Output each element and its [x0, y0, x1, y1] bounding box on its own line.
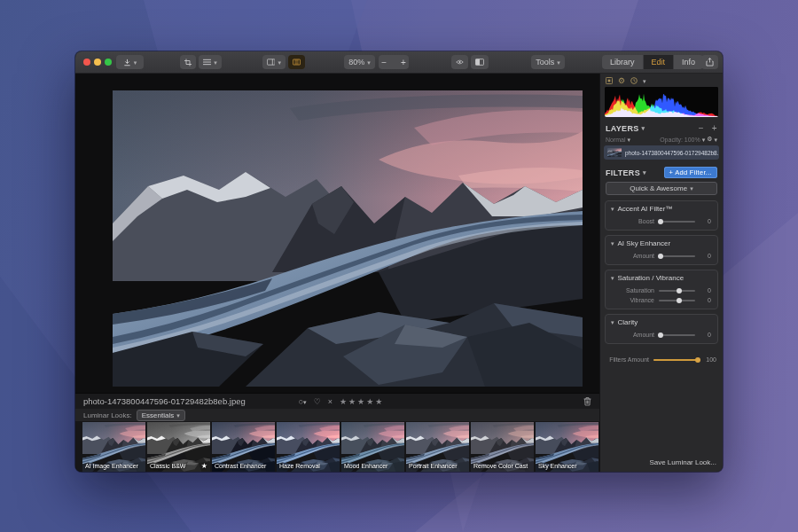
- tab-info[interactable]: Info: [674, 55, 703, 69]
- look-name: Mood Enhancer: [344, 463, 387, 469]
- history-clock-icon[interactable]: [630, 77, 638, 84]
- look-thumb[interactable]: Haze Removal: [277, 422, 340, 472]
- side-panel-toggle-button[interactable]: ▾: [262, 55, 286, 69]
- flag-button[interactable]: ○▾: [299, 397, 307, 406]
- remove-layer-button[interactable]: −: [699, 123, 704, 133]
- zoom-stepper: − +: [379, 55, 409, 69]
- look-thumb[interactable]: Contrast Enhancer: [212, 422, 275, 472]
- slider-label: Amount: [612, 332, 654, 338]
- look-thumb[interactable]: Portrait Enhancer: [406, 422, 469, 472]
- zoom-in-button[interactable]: +: [396, 58, 411, 67]
- look-thumb[interactable]: AI Image Enhancer: [82, 422, 145, 472]
- filter-card-header[interactable]: ▾Clarity: [606, 315, 717, 329]
- chevron-down-icon: ▾: [643, 169, 646, 176]
- trash-icon: [583, 396, 591, 406]
- layer-options-row: Normal ▾ Opacity: 100% ▾ ⚙ ▾: [600, 136, 723, 145]
- slider-track[interactable]: [659, 290, 695, 292]
- export-icon: [123, 59, 131, 66]
- minimize-window-button[interactable]: [94, 59, 101, 66]
- slider-value: 0: [700, 297, 711, 303]
- chevron-down-icon: ▾: [643, 78, 646, 84]
- transform-tool-button[interactable]: ▾: [199, 55, 222, 69]
- filename-label: photo-1473800447596-01729482b8eb.jpeg: [83, 396, 246, 406]
- chevron-down-icon: ▾: [134, 59, 137, 66]
- add-layer-button[interactable]: +: [712, 123, 717, 133]
- opacity-value[interactable]: Opacity: 100%: [660, 137, 700, 143]
- adjust-lines-icon: [203, 59, 211, 66]
- slider-label: Vibrance: [612, 297, 654, 303]
- look-name: Remove Color Cast: [473, 463, 528, 469]
- slider-track[interactable]: [659, 255, 695, 257]
- look-name: Portrait Enhancer: [409, 463, 457, 469]
- layer-item[interactable]: photo-1473800447596-01729482b8...: [604, 145, 719, 160]
- look-name: Contrast Enhancer: [215, 463, 266, 469]
- crop-tool-button[interactable]: [180, 55, 196, 69]
- status-bar: photo-1473800447596-01729482b8eb.jpeg ○▾…: [75, 393, 599, 409]
- blend-mode-value[interactable]: Normal: [606, 137, 626, 143]
- compare-button[interactable]: [471, 55, 489, 69]
- slider-row: Amount0: [606, 329, 717, 339]
- zoom-level-value: 80%: [348, 58, 364, 66]
- filter-group-button[interactable]: Quick & Awesome ▾: [606, 182, 717, 195]
- clipping-icon[interactable]: [606, 77, 613, 84]
- filters-amount-slider[interactable]: [653, 359, 700, 361]
- filter-card-header[interactable]: ▾AI Sky Enhancer: [606, 236, 717, 250]
- filter-group-value: Quick & Awesome: [630, 184, 687, 192]
- filter-card-title: Accent AI Filter™: [618, 205, 673, 213]
- zoom-window-button[interactable]: [105, 59, 112, 66]
- titlebar: ▾ ▾ ▾ 80% ▾: [75, 51, 723, 74]
- filter-card-header[interactable]: ▾Accent AI Filter™: [606, 201, 717, 215]
- filter-card-title: Saturation / Vibrance: [618, 274, 685, 282]
- slider-track[interactable]: [659, 300, 695, 301]
- save-luminar-look-button[interactable]: Save Luminar Look...: [649, 458, 716, 466]
- chevron-down-icon: ▾: [557, 59, 560, 66]
- zoom-level-button[interactable]: 80% ▾: [344, 55, 375, 69]
- filmstrip-toggle-button[interactable]: [288, 55, 305, 69]
- slider-row: Boost0: [606, 215, 717, 225]
- tools-button[interactable]: Tools ▾: [531, 55, 565, 69]
- chevron-down-icon: ▾: [628, 137, 631, 143]
- before-after-icon: [475, 59, 484, 66]
- chevron-down-icon: ▾: [367, 59, 371, 66]
- looks-category-button[interactable]: Essentials ▾: [137, 410, 185, 421]
- star-rating[interactable]: ★★★★★: [340, 397, 384, 406]
- zoom-out-button[interactable]: −: [377, 58, 391, 67]
- look-thumb[interactable]: Sky Enhancer: [536, 422, 598, 472]
- slider-track[interactable]: [659, 334, 695, 336]
- look-thumb[interactable]: Classic B&W★: [147, 422, 210, 472]
- reject-button[interactable]: ×: [328, 397, 332, 406]
- photo-preview[interactable]: [113, 90, 583, 387]
- tab-edit[interactable]: Edit: [644, 55, 675, 69]
- add-filter-button[interactable]: + Add Filter...: [664, 167, 717, 178]
- layers-header: LAYERS ▾ − +: [600, 121, 723, 136]
- trash-button[interactable]: [583, 396, 591, 406]
- slider-label: Amount: [612, 253, 654, 259]
- slider-thumb[interactable]: [695, 357, 700, 363]
- slider-label: Boost: [612, 218, 654, 224]
- look-thumb[interactable]: Mood Enhancer: [341, 422, 404, 472]
- look-thumb[interactable]: Remove Color Cast: [471, 422, 534, 472]
- share-button[interactable]: [701, 55, 718, 69]
- slider-thumb[interactable]: [677, 288, 682, 293]
- chevron-down-icon: ▾: [611, 206, 614, 212]
- filter-card: ▾Accent AI Filter™Boost0: [605, 200, 718, 231]
- chevron-down-icon: ▾: [611, 275, 614, 281]
- slider-thumb[interactable]: [658, 254, 663, 259]
- slider-thumb[interactable]: [658, 332, 663, 338]
- quick-preview-button[interactable]: [451, 55, 468, 69]
- tab-library[interactable]: Library: [602, 55, 644, 69]
- filter-card-header[interactable]: ▾Saturation / Vibrance: [606, 270, 717, 285]
- layer-thumbnail: [607, 148, 622, 157]
- slider-thumb[interactable]: [658, 219, 663, 224]
- canvas: [75, 74, 599, 393]
- favorite-button[interactable]: ♡: [314, 397, 321, 406]
- settings-gear-icon[interactable]: ⚙: [618, 76, 625, 85]
- slider-thumb[interactable]: [677, 298, 682, 303]
- close-window-button[interactable]: [83, 59, 90, 66]
- slider-track[interactable]: [659, 221, 695, 223]
- chevron-down-icon: ▾: [278, 59, 281, 66]
- export-button[interactable]: ▾: [116, 55, 144, 69]
- main-area: photo-1473800447596-01729482b8eb.jpeg ○▾…: [75, 74, 723, 472]
- histogram-graph: [605, 87, 718, 117]
- layer-gear-icon[interactable]: ⚙: [707, 136, 712, 143]
